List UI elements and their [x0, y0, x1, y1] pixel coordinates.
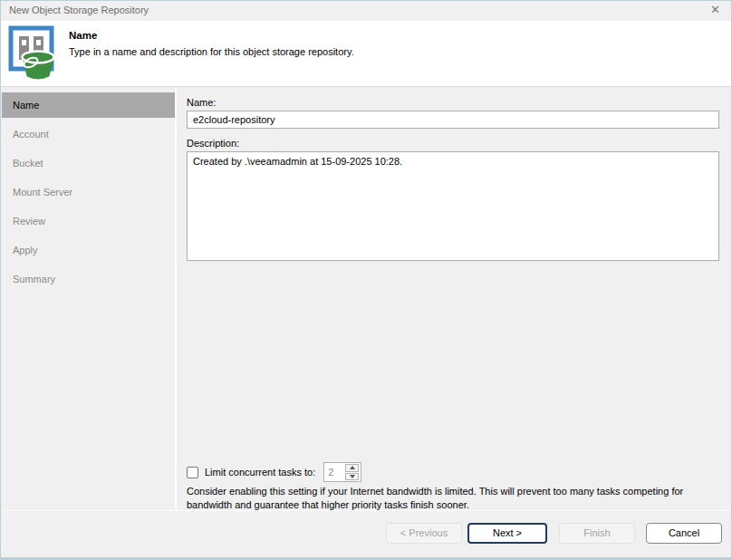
wizard-steps-sidebar: Name Account Bucket Mount Server Review …	[2, 88, 177, 512]
close-icon[interactable]: ✕	[710, 3, 720, 16]
window-title: New Object Storage Repository	[9, 5, 149, 15]
sidebar-item-account[interactable]: Account	[2, 121, 175, 147]
cancel-button[interactable]: Cancel	[646, 523, 722, 544]
wizard-body: Name Account Bucket Mount Server Review …	[2, 88, 730, 512]
sidebar-item-bucket[interactable]: Bucket	[2, 150, 175, 176]
description-textarea[interactable]: Created by .\veeamadmin at 15-09-2025 10…	[187, 151, 719, 261]
description-label: Description:	[187, 138, 719, 149]
sidebar-item-apply[interactable]: Apply	[2, 237, 175, 263]
spinner-down-button[interactable]	[345, 473, 359, 481]
spinner-buttons	[344, 463, 360, 481]
arrow-down-icon	[350, 475, 355, 478]
object-storage-repository-icon	[7, 24, 58, 84]
limit-tasks-row: Limit concurrent tasks to:	[187, 462, 361, 482]
name-label: Name:	[187, 97, 719, 108]
sidebar-item-review[interactable]: Review	[2, 208, 175, 234]
limit-tasks-spinner	[323, 462, 361, 482]
wizard-footer: < Previous Next > Finish Cancel	[2, 510, 730, 555]
next-button[interactable]: Next >	[467, 523, 547, 544]
sidebar-item-name[interactable]: Name	[2, 92, 175, 118]
new-object-storage-repository-wizard: New Object Storage Repository ✕ Name Typ…	[0, 0, 732, 560]
sidebar-item-summary[interactable]: Summary	[2, 266, 175, 292]
wizard-content: Name: Description: Created by .\veeamadm…	[187, 88, 719, 512]
limit-tasks-value[interactable]	[324, 463, 344, 481]
finish-button[interactable]: Finish	[559, 523, 635, 544]
step-title: Name	[69, 30, 97, 41]
limit-tasks-label: Limit concurrent tasks to:	[205, 467, 315, 478]
sidebar-item-mount-server[interactable]: Mount Server	[2, 179, 175, 205]
bandwidth-helper-text: Consider enabling this setting if your I…	[187, 485, 723, 512]
limit-tasks-checkbox[interactable]	[187, 467, 198, 478]
spinner-up-button[interactable]	[345, 464, 359, 472]
previous-button[interactable]: < Previous	[386, 523, 462, 544]
name-input[interactable]	[187, 111, 719, 129]
wizard-header: Name Type in a name and description for …	[1, 21, 731, 87]
arrow-up-icon	[350, 466, 355, 469]
step-subtitle: Type in a name and description for this …	[69, 46, 354, 57]
titlebar: New Object Storage Repository ✕	[1, 1, 731, 21]
